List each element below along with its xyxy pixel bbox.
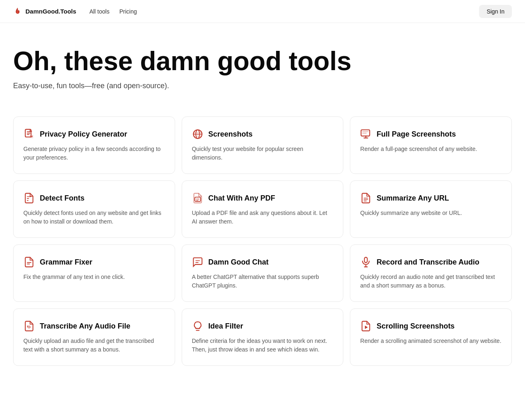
tool-card-privacy-policy[interactable]: Privacy Policy GeneratorGenerate privacy… bbox=[13, 116, 175, 174]
document-text-icon bbox=[360, 192, 372, 204]
tool-card-header: Detect Fonts bbox=[23, 192, 165, 204]
tool-card-desc: Fix the grammar of any text in one click… bbox=[23, 273, 165, 281]
tool-card-detect-fonts[interactable]: Detect FontsQuickly detect fonts used on… bbox=[13, 180, 175, 238]
tool-card-header: Record and Transcribe Audio bbox=[360, 256, 502, 268]
tool-card-header: Summarize Any URL bbox=[360, 192, 502, 204]
document-icon bbox=[23, 128, 35, 140]
tool-card-desc: Quickly test your website for popular sc… bbox=[192, 145, 333, 162]
tool-card-transcribe-audio[interactable]: Transcribe Any Audio FileQuickly upload … bbox=[13, 308, 175, 366]
nav-pricing[interactable]: Pricing bbox=[119, 8, 137, 15]
tool-card-desc: A better ChatGPT alternative that suppor… bbox=[192, 273, 333, 290]
tool-card-header: Idea Filter bbox=[192, 320, 333, 332]
tool-card-desc: Quickly detect fonts used on any website… bbox=[23, 209, 165, 226]
logo[interactable]: DamnGood.Tools bbox=[13, 7, 76, 16]
tool-card-screenshots[interactable]: ScreenshotsQuickly test your website for… bbox=[182, 116, 344, 174]
monitor-icon bbox=[360, 128, 372, 140]
logo-text: DamnGood.Tools bbox=[25, 8, 76, 15]
tool-card-damn-good-chat[interactable]: Damn Good ChatA better ChatGPT alternati… bbox=[182, 244, 344, 302]
tool-card-desc: Generate privacy policy in a few seconds… bbox=[23, 145, 165, 162]
tool-card-header: Screenshots bbox=[192, 128, 333, 140]
tool-card-title: Transcribe Any Audio File bbox=[40, 322, 130, 331]
svg-marker-7 bbox=[365, 326, 368, 329]
tool-card-header: Chat With Any PDF bbox=[192, 192, 333, 204]
svg-rect-1 bbox=[30, 135, 33, 138]
tool-card-title: Record and Transcribe Audio bbox=[377, 258, 479, 267]
globe-icon bbox=[192, 128, 203, 140]
document-chat-icon bbox=[192, 192, 203, 204]
tool-card-desc: Quickly upload an audio file and get the… bbox=[23, 337, 165, 354]
tool-card-title: Summarize Any URL bbox=[377, 194, 449, 203]
tool-card-title: Chat With Any PDF bbox=[208, 194, 275, 203]
tool-card-header: Grammar Fixer bbox=[23, 256, 165, 268]
document-search-icon bbox=[23, 192, 35, 204]
tool-card-desc: Render a scrolling animated screenshot o… bbox=[360, 337, 502, 345]
tool-card-header: Privacy Policy Generator bbox=[23, 128, 165, 140]
tool-card-header: Scrolling Screenshots bbox=[360, 320, 502, 332]
nav-links: All tools Pricing bbox=[89, 8, 479, 15]
tool-card-grammar-fixer[interactable]: Grammar FixerFix the grammar of any text… bbox=[13, 244, 175, 302]
tools-grid: Privacy Policy GeneratorGenerate privacy… bbox=[0, 107, 525, 386]
tool-card-title: Detect Fonts bbox=[40, 194, 84, 203]
tool-card-header: Full Page Screenshots bbox=[360, 128, 502, 140]
chat-icon bbox=[192, 256, 203, 268]
document-audio-icon bbox=[23, 320, 35, 332]
tool-card-chat-pdf[interactable]: Chat With Any PDFUpload a PDF file and a… bbox=[182, 180, 344, 238]
flame-icon bbox=[13, 7, 22, 16]
tool-card-idea-filter[interactable]: Idea FilterDefine criteria for the ideas… bbox=[182, 308, 344, 366]
tool-card-title: Grammar Fixer bbox=[40, 258, 92, 267]
tool-card-full-page-screenshots[interactable]: Full Page ScreenshotsRender a full-page … bbox=[350, 116, 512, 174]
tool-card-header: Damn Good Chat bbox=[192, 256, 333, 268]
tool-card-record-transcribe[interactable]: Record and Transcribe AudioQuickly recor… bbox=[350, 244, 512, 302]
tool-card-desc: Upload a PDF file and ask any questions … bbox=[192, 209, 333, 226]
tool-card-desc: Quickly record an audio note and get tra… bbox=[360, 273, 502, 290]
tool-card-desc: Define criteria for the ideas you want t… bbox=[192, 337, 333, 354]
tool-card-scrolling-screenshots[interactable]: Scrolling ScreenshotsRender a scrolling … bbox=[350, 308, 512, 366]
svg-rect-6 bbox=[365, 258, 368, 263]
document-play-icon bbox=[360, 320, 372, 332]
tool-card-title: Idea Filter bbox=[208, 322, 243, 331]
navbar: DamnGood.Tools All tools Pricing Sign In bbox=[0, 0, 525, 23]
tool-card-summarize-url[interactable]: Summarize Any URLQuickly summarize any w… bbox=[350, 180, 512, 238]
tool-card-desc: Quickly summarize any website or URL. bbox=[360, 209, 502, 217]
hero-title: Oh, these damn good tools bbox=[13, 48, 512, 75]
tool-card-title: Screenshots bbox=[208, 130, 253, 139]
nav-all-tools[interactable]: All tools bbox=[89, 8, 110, 15]
sign-in-button[interactable]: Sign In bbox=[479, 5, 512, 18]
mic-icon bbox=[360, 256, 372, 268]
tool-card-title: Full Page Screenshots bbox=[377, 130, 456, 139]
lightbulb-icon bbox=[192, 320, 203, 332]
tool-card-header: Transcribe Any Audio File bbox=[23, 320, 165, 332]
tool-card-desc: Render a full-page screenshot of any web… bbox=[360, 145, 502, 153]
tool-card-title: Scrolling Screenshots bbox=[377, 322, 454, 331]
hero-subtitle: Easy-to-use, fun tools—free (and open-so… bbox=[13, 82, 512, 90]
document-edit-icon bbox=[23, 256, 35, 268]
tool-card-title: Damn Good Chat bbox=[208, 258, 269, 267]
hero-section: Oh, these damn good tools Easy-to-use, f… bbox=[0, 23, 525, 107]
tool-card-title: Privacy Policy Generator bbox=[40, 130, 127, 139]
